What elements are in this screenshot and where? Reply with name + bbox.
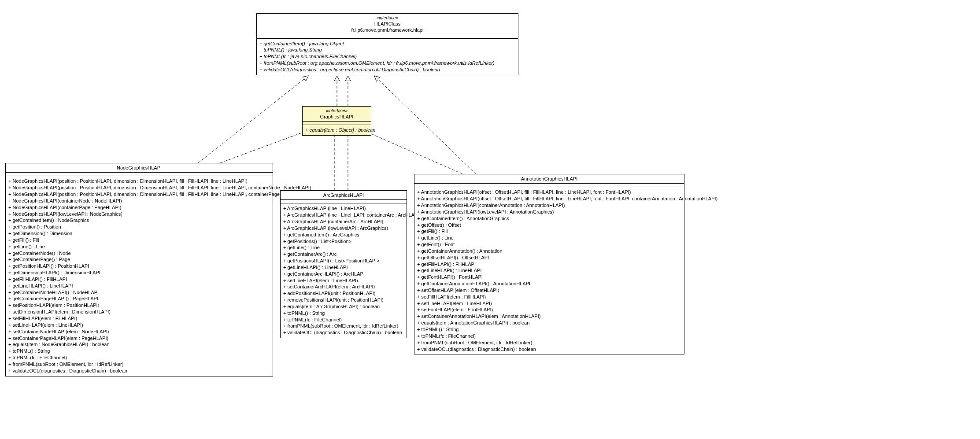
method-row: + toPNML() : String: [417, 326, 681, 333]
method-row: + getPositionHLAPI() : PositionHLAPI: [8, 263, 270, 269]
hlapi-methods: + getContainedItem() : java.lang.Object+…: [257, 39, 518, 75]
method-row: + getContainedItem() : java.lang.Object: [259, 41, 515, 47]
method-row: + getContainerPageHLAPI() : PageHLAPI: [8, 295, 270, 302]
method-row: + removePositionsHLAPI(unit : PositionHL…: [283, 297, 404, 303]
method-row: + getContainerArc() : Arc: [283, 251, 404, 258]
annotation-methods: + AnnotationGraphicsHLAPI(offset : Offse…: [414, 187, 684, 354]
method-row: + setFillHLAPI(elem : FillHLAPI): [8, 315, 270, 322]
method-row: + toPNML(fc : FileChannel): [8, 354, 270, 361]
node-attrs: [6, 173, 273, 176]
method-row: + toPNML(fc : FileChannel): [417, 333, 681, 339]
hlapi-stereotype: «interface»: [259, 15, 515, 21]
method-row: + AnnotationGraphicsHLAPI(lowLevelAPI : …: [417, 209, 681, 215]
method-row: + addPositionsHLAPI(unit : PositionHLAPI…: [283, 290, 404, 297]
method-row: + getContainerNode() : Node: [8, 250, 270, 257]
method-row: + setFontHLAPI(elem : FontHLAPI): [417, 306, 681, 313]
method-row: + AnnotationGraphicsHLAPI(offset : Offse…: [417, 196, 681, 202]
hlapi-header: «interface» HLAPIClass fr.lip6.move.pnml…: [257, 14, 518, 35]
method-row: + equals(item : AnnotationGraphicsHLAPI)…: [417, 320, 681, 326]
method-row: + getLineHLAPI() : LineHLAPI: [8, 283, 270, 289]
method-row: + setLineHLAPI(elem : LineHLAPI): [417, 300, 681, 307]
method-row: + getContainerArcHLAPI() : ArcHLAPI: [283, 271, 404, 277]
method-row: + getContainerAnnotationHLAPI() : Annota…: [417, 280, 681, 287]
method-row: + getFillHLAPI() : FillHLAPI: [8, 276, 270, 283]
method-row: + fromPNML(subRoot : OMElement, idr : Id…: [8, 361, 270, 368]
class-hlapiclass: «interface» HLAPIClass fr.lip6.move.pnml…: [256, 13, 518, 75]
method-row: + getContainedItem() : AnnotationGraphic…: [417, 215, 681, 222]
arc-attrs: [281, 200, 407, 203]
class-annotationgraphicshlapi: AnnotationGraphicsHLAPI + AnnotationGrap…: [414, 174, 684, 354]
method-row: + validateOCL(diagnostics : DiagnosticCh…: [283, 329, 404, 336]
graphics-stereotype: «interface»: [305, 108, 368, 114]
hlapi-name: HLAPIClass: [259, 21, 515, 27]
method-row: + getContainerAnnotation() : Annotation: [417, 248, 681, 255]
method-row: + setLineHLAPI(elem : LineHLAPI): [8, 322, 270, 328]
method-row: + getOffsetHLAPI() : OffsetHLAPI: [417, 255, 681, 261]
edge-anno-to-hlapi: [374, 76, 476, 174]
method-row: + validateOCL(diagnostics : DiagnosticCh…: [417, 346, 681, 353]
method-row: + equals(item : NodeGraphicsHLAPI) : boo…: [8, 341, 270, 348]
method-row: + NodeGraphicsHLAPI(position : PositionH…: [8, 178, 270, 184]
method-row: + setFillHLAPI(elem : FillHLAPI): [417, 294, 681, 300]
graphics-attrs: [303, 122, 371, 125]
method-row: + getLine() : Line: [283, 244, 404, 251]
method-row: + toPNML(fc : FileChannel): [283, 317, 404, 323]
method-row: + equals(item : ArcGraphicsHLAPI) : bool…: [283, 303, 404, 310]
graphics-header: «interface» GraphicsHLAPI: [303, 107, 371, 122]
method-row: + getFill() : Fill: [8, 237, 270, 243]
method-row: + fromPNML(subRoot : org.apache.axiom.om…: [259, 60, 515, 66]
method-row: + getOffset() : Offset: [417, 222, 681, 229]
edge-node-to-graphics: [220, 130, 308, 163]
class-arcgraphicshlapi: ArcGraphicsHLAPI + ArcGraphicsHLAPI(line…: [280, 190, 407, 338]
method-row: + getContainedItem() : NodeGraphics: [8, 217, 270, 224]
method-row: + setDimensionHLAPI(elem : DimensionHLAP…: [8, 309, 270, 315]
graphics-name: GraphicsHLAPI: [305, 114, 368, 120]
method-row: + validateOCL(diagnostics : DiagnosticCh…: [8, 368, 270, 374]
annotation-header: AnnotationGraphicsHLAPI: [414, 174, 684, 184]
node-header: NodeGraphicsHLAPI: [6, 163, 273, 173]
method-row: + getFill() : Fill: [417, 228, 681, 235]
method-row: + getPositionsHLAPI() : List<PositionHLA…: [283, 258, 404, 264]
method-row: + ArcGraphicsHLAPI(lowLevelAPI : ArcGrap…: [283, 225, 404, 232]
method-row: + getContainerPage() : Page: [8, 256, 270, 263]
method-row: + setOffsetHLAPI(elem : OffsetHLAPI): [417, 287, 681, 294]
method-row: + toPNML() : java.lang.String: [259, 47, 515, 53]
hlapi-package: fr.lip6.move.pnml.framework.hlapi: [259, 27, 515, 33]
method-row: + getDimensionHLAPI() : DimensionHLAPI: [8, 269, 270, 276]
method-row: + validateOCL(diagnostics : org.eclipse.…: [259, 66, 515, 73]
hlapi-attrs: [257, 35, 518, 39]
method-row: + setLineHLAPI(elem : LineHLAPI): [283, 277, 404, 284]
arc-name: ArcGraphicsHLAPI: [283, 192, 404, 198]
node-methods: + NodeGraphicsHLAPI(position : PositionH…: [6, 176, 273, 376]
method-row: + toPNML() : String: [283, 310, 404, 317]
method-row: + getLine() : Line: [8, 243, 270, 250]
method-row: + NodeGraphicsHLAPI(containerPage : Page…: [8, 204, 270, 211]
method-row: + fromPNML(subRoot : OMElement, idr : Id…: [283, 323, 404, 329]
class-nodegraphicshlapi: NodeGraphicsHLAPI + NodeGraphicsHLAPI(po…: [5, 163, 273, 376]
method-row: + setContainerAnnotationHLAPI(elem : Ann…: [417, 313, 681, 320]
method-row: + setContainerNodeHLAPI(elem : NodeHLAPI…: [8, 328, 270, 335]
method-row: + getContainerNodeHLAPI() : NodeHLAPI: [8, 289, 270, 296]
method-row: + ArcGraphicsHLAPI(line : LineHLAPI): [283, 205, 404, 212]
edge-anno-to-graphics: [363, 130, 462, 174]
method-row: + setPositionHLAPI(elem : PositionHLAPI): [8, 302, 270, 309]
method-row: + toPNML() : String: [8, 348, 270, 354]
method-row: + getContainedItem() : ArcGraphics: [283, 232, 404, 238]
method-row: + getLineHLAPI() : LineHLAPI: [417, 267, 681, 274]
method-row: + getFont() : Font: [417, 241, 681, 248]
method-row: + getPosition() : Position: [8, 224, 270, 230]
method-row: + getFillHLAPI() : FillHLAPI: [417, 261, 681, 268]
graphics-methods: + equals(item : Object) : boolean: [303, 125, 371, 135]
method-row: + NodeGraphicsHLAPI(position : PositionH…: [8, 184, 270, 191]
method-row: + getLine() : Line: [417, 235, 681, 241]
annotation-name: AnnotationGraphicsHLAPI: [417, 176, 681, 182]
method-row: + ArcGraphicsHLAPI(containerArc : ArcHLA…: [283, 218, 404, 225]
method-row: + AnnotationGraphicsHLAPI(containerAnnot…: [417, 202, 681, 209]
edge-node-to-hlapi: [198, 76, 308, 163]
method-row: + NodeGraphicsHLAPI(containerNode : Node…: [8, 198, 270, 204]
method-row: + NodeGraphicsHLAPI(position : PositionH…: [8, 191, 270, 198]
arc-methods: + ArcGraphicsHLAPI(line : LineHLAPI)+ Ar…: [281, 203, 407, 338]
method-row: + ArcGraphicsHLAPI(line : LineHLAPI, con…: [283, 212, 404, 218]
method-row: + setContainerArcHLAPI(elem : ArcHLAPI): [283, 284, 404, 290]
class-graphicshlapi: «interface» GraphicsHLAPI + equals(item …: [302, 106, 371, 136]
